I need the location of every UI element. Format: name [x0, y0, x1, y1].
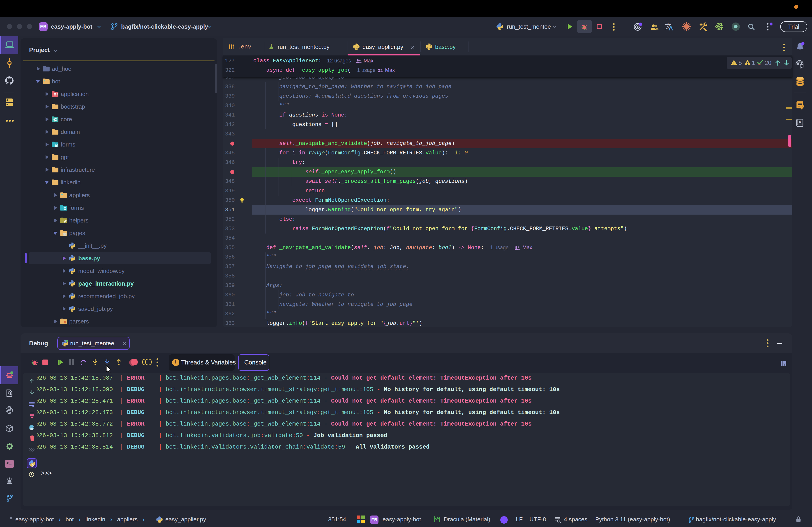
svg-text:A: A — [799, 120, 801, 124]
